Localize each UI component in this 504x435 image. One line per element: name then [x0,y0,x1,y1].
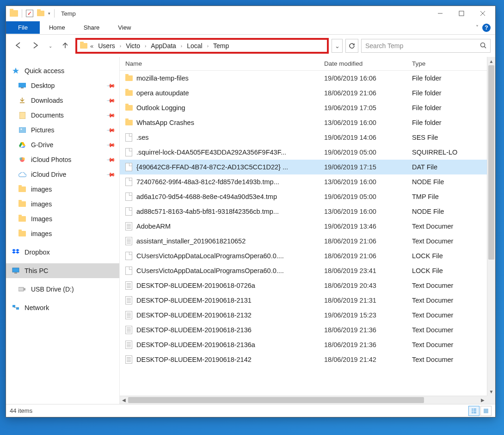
chevron-right-icon[interactable]: › [180,44,183,49]
file-name: 72407662-99f4-48a3-81c2-fd857de1493b.tmp… [136,178,324,186]
titlebar: ✓ ▾ Temp [6,6,495,21]
sidebar-usb-drive[interactable]: USB Drive (D:) [6,282,119,297]
tab-file[interactable]: File [6,21,40,34]
horizontal-scrollbar[interactable]: ◀ ▶ [120,396,487,404]
tab-share[interactable]: Share [74,21,109,34]
sidebar-this-pc[interactable]: This PC [6,263,119,278]
svg-marker-6 [12,68,19,74]
search-icon[interactable] [480,42,486,50]
svg-marker-20 [12,251,16,254]
svg-point-17 [22,157,25,160]
file-row[interactable]: DESKTOP-8LUDEEM-20190618-213618/06/2019 … [120,323,495,337]
folder-icon [125,75,133,81]
file-row[interactable]: .squirrel-lock-D4A505FE43DDA292A356F9F43… [120,145,495,160]
address-bar[interactable]: « Users › Victo › AppData › Local › Temp [75,38,329,54]
file-date: 18/06/2019 21:06 [324,237,412,245]
refresh-button[interactable] [345,39,358,53]
close-button[interactable] [472,6,493,20]
file-name: WhatsApp Crashes [136,119,324,126]
breadcrumb-item[interactable]: Users [96,42,117,50]
sidebar-item[interactable]: iCloud Photos📌 [6,152,119,167]
file-icon [125,267,132,275]
file-row[interactable]: DESKTOP-8LUDEEM-20190618-213118/06/2019 … [120,293,495,308]
file-row[interactable]: AdobeARM19/06/2019 13:46Text Documer [120,219,495,234]
breadcrumb-item[interactable]: Local [185,42,204,50]
breadcrumb-item[interactable]: Temp [211,42,231,50]
file-row[interactable]: {490642C8-FFAD-4B74-87C2-AD13C5CC1D22} .… [120,160,495,174]
forward-button[interactable] [28,39,43,53]
sidebar-item[interactable]: Documents📌 [6,108,119,123]
breadcrumb-item[interactable]: Victo [124,42,142,50]
breadcrumb-overflow[interactable]: « [89,43,94,50]
sidebar-item[interactable]: Pictures📌 [6,123,119,137]
sidebar-item[interactable]: G-Drive📌 [6,137,119,152]
file-list[interactable]: mozilla-temp-files19/06/2019 16:06File f… [120,71,495,404]
sidebar-item[interactable]: images [6,197,119,211]
up-button[interactable] [58,39,73,53]
sidebar-item[interactable]: images [6,182,119,197]
scroll-left-icon[interactable]: ◀ [120,398,128,403]
file-row[interactable]: WhatsApp Crashes13/06/2019 16:00File fol… [120,115,495,130]
file-type: Text Documer [412,237,495,245]
maximize-button[interactable] [451,6,472,20]
new-folder-icon[interactable] [37,11,44,16]
file-type: Text Documer [412,223,495,230]
properties-icon[interactable]: ✓ [26,10,33,17]
svg-rect-10 [19,127,26,133]
sidebar-item[interactable]: Downloads📌 [6,93,119,108]
ribbon-expand-icon[interactable]: ˅ [476,25,479,31]
folder-icon [18,230,26,238]
breadcrumb-item[interactable]: AppData [149,42,178,50]
file-row[interactable]: assistant_installer_2019061821065218/06/… [120,234,495,249]
sidebar-quick-access[interactable]: Quick access [6,63,119,78]
back-button[interactable] [11,39,25,53]
file-row[interactable]: DESKTOP-8LUDEEM-20190618-214218/06/2019 … [120,352,495,367]
file-row[interactable]: DESKTOP-8LUDEEM-20190618-0726a18/06/2019… [120,278,495,293]
sidebar-dropbox[interactable]: Dropbox [6,245,119,260]
scroll-right-icon[interactable]: ▶ [479,398,487,403]
file-row[interactable]: CUsersVictoAppDataLocalProgramsOpera60.0… [120,263,495,278]
file-row[interactable]: mozilla-temp-files19/06/2019 16:06File f… [120,71,495,86]
scroll-thumb[interactable] [128,397,424,403]
file-row[interactable]: ad6a1c70-9d54-4688-8e8e-c494a90d53e4.tmp… [120,189,495,204]
file-row[interactable]: CUsersVictoAppDataLocalProgramsOpera60.0… [120,249,495,263]
file-row[interactable]: DESKTOP-8LUDEEM-20190618-2136a18/06/2019… [120,337,495,352]
file-row[interactable]: .ses19/06/2019 14:06SES File [120,130,495,145]
column-header-date[interactable]: Date modified [324,60,412,67]
file-date: 19/06/2019 17:05 [324,104,412,112]
chevron-right-icon[interactable]: › [144,44,147,49]
text-file-icon [125,311,132,319]
minimize-button[interactable] [430,6,451,20]
search-box[interactable] [361,39,491,53]
recent-button[interactable]: ⌄ [46,42,55,50]
search-input[interactable] [365,42,480,50]
file-row[interactable]: opera autoupdate18/06/2019 21:06File fol… [120,86,495,100]
file-date: 19/06/2019 13:46 [324,223,412,230]
column-header-name[interactable]: Name [125,60,324,67]
file-row[interactable]: 72407662-99f4-48a3-81c2-fd857de1493b.tmp… [120,174,495,189]
sidebar-network[interactable]: Network [6,300,119,315]
file-row[interactable]: ad88c571-8163-4ab5-bf81-9318f42356cb.tmp… [120,204,495,219]
scroll-down-icon[interactable]: ▼ [487,387,495,396]
address-dropdown-button[interactable]: ⌄ [332,39,343,53]
sidebar-item[interactable]: Desktop📌 [6,78,119,93]
chevron-right-icon[interactable]: › [206,44,209,49]
qat-dropdown-icon[interactable]: ▾ [48,11,50,16]
details-view-button[interactable] [468,406,479,416]
sidebar-item[interactable]: Images [6,211,119,226]
sidebar-item[interactable]: images [6,226,119,241]
file-row[interactable]: DESKTOP-8LUDEEM-20190618-213219/06/2019 … [120,308,495,323]
column-header-type[interactable]: Type [412,60,495,67]
vertical-scrollbar[interactable]: ▲ ▼ [487,57,495,396]
help-icon[interactable]: ? [482,24,491,32]
chevron-right-icon[interactable]: › [119,44,122,49]
sidebar-item-label: This PC [25,267,49,274]
tab-home[interactable]: Home [40,21,74,34]
tab-view[interactable]: View [109,21,140,34]
thumbnails-view-button[interactable] [480,406,492,416]
separator [22,9,22,18]
sidebar-item[interactable]: iCloud Drive📌 [6,167,119,182]
scroll-up-icon[interactable]: ▲ [487,57,495,65]
file-row[interactable]: Outlook Logging19/06/2019 17:05File fold… [120,100,495,115]
scroll-thumb[interactable] [488,65,494,260]
